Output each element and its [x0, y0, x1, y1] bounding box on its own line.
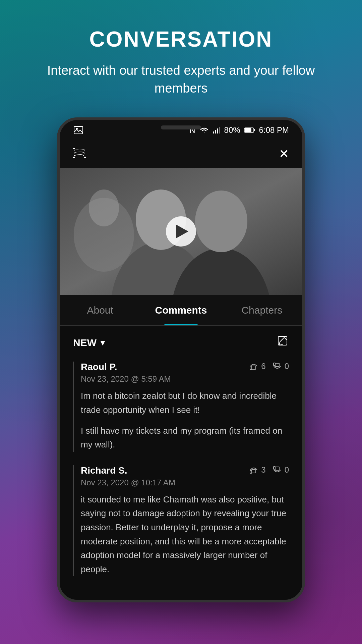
- comment-votes: 6 0: [249, 362, 289, 371]
- comment-author: Richard S.: [81, 465, 175, 476]
- upvote-count: 6: [261, 362, 265, 371]
- svg-rect-0: [74, 126, 83, 134]
- svg-rect-27: [274, 363, 275, 366]
- downvote-count: 0: [285, 362, 289, 371]
- upvote-count: 3: [261, 465, 265, 475]
- upvote-button[interactable]: 6: [249, 362, 265, 371]
- cast-icon[interactable]: [73, 147, 86, 161]
- status-bar: N 80% 6:08 PM: [60, 120, 302, 140]
- comment-header: Raoul P. Nov 23, 2020 @ 5:59 AM 6: [81, 362, 289, 384]
- svg-rect-2: [213, 131, 214, 133]
- page-subheadline: Interact with our trusted experts and yo…: [0, 62, 362, 97]
- tab-about[interactable]: About: [60, 295, 140, 325]
- close-button[interactable]: ✕: [279, 147, 289, 161]
- comments-header: NEW ▾: [73, 336, 289, 350]
- comments-section: NEW ▾ Raoul P.: [60, 326, 302, 600]
- comment-card: Richard S. Nov 23, 2020 @ 10:17 AM 3: [73, 465, 289, 577]
- comment-card: Raoul P. Nov 23, 2020 @ 5:59 AM 6: [73, 362, 289, 451]
- svg-point-14: [89, 190, 119, 226]
- time-display: 6:08 PM: [259, 125, 289, 135]
- video-thumbnail[interactable]: [60, 168, 302, 295]
- svg-rect-25: [250, 367, 252, 370]
- svg-line-22: [279, 342, 280, 345]
- battery-text: 80%: [224, 125, 240, 135]
- status-right: N 80% 6:08 PM: [189, 125, 289, 135]
- svg-rect-5: [219, 127, 220, 133]
- comment-header: Richard S. Nov 23, 2020 @ 10:17 AM 3: [81, 465, 289, 487]
- comment-votes: 3 0: [249, 465, 289, 475]
- svg-rect-29: [250, 471, 252, 473]
- battery-icon: [244, 127, 255, 133]
- svg-rect-26: [275, 363, 279, 367]
- downvote-button[interactable]: 0: [273, 362, 289, 371]
- downvote-count: 0: [285, 465, 289, 475]
- svg-rect-10: [73, 157, 75, 158]
- svg-rect-3: [215, 130, 216, 133]
- svg-point-18: [195, 191, 247, 252]
- svg-rect-8: [254, 129, 255, 131]
- comment-date: Nov 23, 2020 @ 10:17 AM: [81, 478, 175, 487]
- play-triangle-icon: [176, 225, 188, 238]
- svg-rect-7: [245, 128, 251, 132]
- svg-rect-9: [73, 148, 75, 149]
- phone-mockup: N 80% 6:08 PM: [57, 117, 305, 602]
- downvote-button[interactable]: 0: [273, 465, 289, 475]
- comment-author: Raoul P.: [81, 362, 171, 372]
- phone-speaker: [161, 125, 201, 129]
- upvote-button[interactable]: 3: [249, 465, 265, 475]
- signal-icon: [213, 127, 220, 133]
- sort-dropdown[interactable]: NEW ▾: [73, 337, 105, 348]
- app-header: ✕: [60, 140, 302, 168]
- comment-text: it sounded to me like Chamath was also p…: [81, 493, 289, 577]
- tab-comments[interactable]: Comments: [140, 295, 221, 325]
- comment-text: Im not a bitcoin zealot but I do know an…: [81, 389, 289, 451]
- sort-label: NEW: [73, 337, 97, 348]
- page-headline: CONVERSATION: [89, 27, 273, 52]
- svg-rect-11: [84, 157, 86, 158]
- compose-button[interactable]: [278, 336, 289, 350]
- svg-rect-31: [274, 467, 275, 469]
- image-icon: [73, 126, 84, 134]
- chevron-down-icon: ▾: [101, 338, 105, 347]
- svg-rect-4: [217, 128, 218, 133]
- tab-chapters[interactable]: Chapters: [222, 295, 302, 325]
- svg-line-21: [284, 337, 287, 340]
- svg-rect-24: [252, 366, 256, 369]
- svg-rect-30: [275, 467, 279, 470]
- svg-line-20: [280, 337, 284, 342]
- tab-bar: About Comments Chapters: [60, 295, 302, 326]
- play-button[interactable]: [166, 216, 196, 247]
- comment-date: Nov 23, 2020 @ 5:59 AM: [81, 374, 171, 384]
- svg-rect-28: [252, 470, 256, 473]
